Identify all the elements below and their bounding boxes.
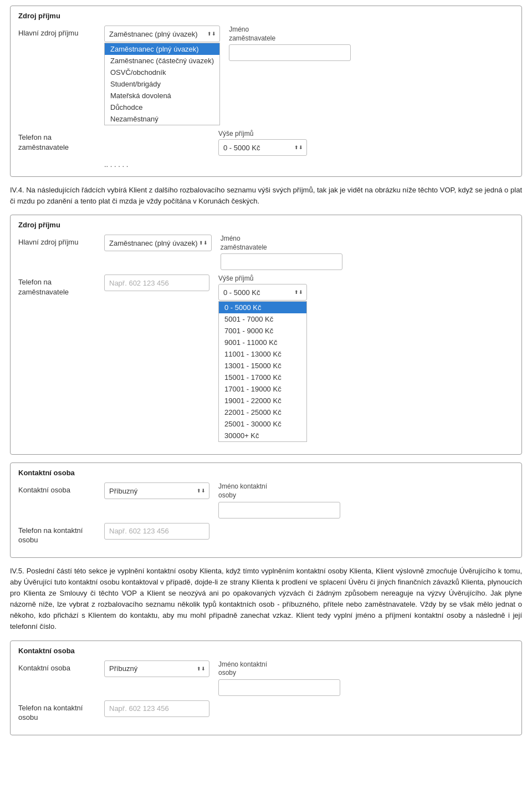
label-telefon-1: Telefon nazaměstnavatele	[18, 130, 104, 152]
telefon-input-2[interactable]	[104, 274, 209, 291]
section-zdroj-prijmu-1: Zdroj příjmu Hlavní zdroj příjmu Zaměstn…	[10, 6, 522, 177]
income-opt-22001-25000[interactable]: 22001 - 25000 Kč	[219, 406, 306, 418]
income-dropdown-2: 0 - 5000 Kč 5001 - 7000 Kč 7001 - 9000 K…	[218, 301, 307, 442]
field-hlavni-zdroj-1: Zaměstnanec (plný úvazek) ⬆⬇ Zaměstnanec…	[104, 26, 514, 125]
income-arrows-2: ⬆⬇	[294, 289, 303, 295]
income-opt-13001-15000[interactable]: 13001 - 15000 Kč	[219, 360, 306, 372]
vyse-select-2[interactable]: 0 - 5000 Kč ⬆⬇	[218, 284, 307, 301]
jmeno-kontaktni-input-2[interactable]	[218, 502, 340, 518]
dropdown-option-zamestnanec-plny-1[interactable]: Zaměstnanec (plný úvazek)	[105, 43, 219, 55]
row-hlavni-zdroj-1: Hlavní zdroj příjmu Zaměstnanec (plný úv…	[18, 26, 514, 125]
dropdown-option-zamestnanec-castecny-1[interactable]: Zaměstnanec (částečný úvazek)	[105, 55, 219, 67]
vyse-prijmu-group-1: Výše příjmů 0 - 5000 Kč ⬆⬇	[218, 130, 307, 156]
field-wrap-2: Zaměstnanec (plný úvazek) ⬆⬇ Jménozaměst…	[104, 235, 514, 270]
jmeno-kontaktni-group-2: Jméno kontaktníosoby	[218, 482, 340, 518]
label-hlavni-zdroj-1: Hlavní zdroj příjmu	[18, 26, 104, 38]
vyse-group-2: Výše příjmů 0 - 5000 Kč ⬆⬇ 0 - 5000 Kč 5…	[218, 274, 307, 442]
kontaktni-section-2: Kontaktní osoba Kontaktní osoba Příbuzný…	[10, 462, 522, 557]
kontaktni-arrows-2: ⬆⬇	[197, 488, 206, 494]
income-arrows-1: ⬆⬇	[294, 145, 303, 150]
jmeno-label-2: Jménozaměstnavatele	[221, 235, 342, 252]
dots-row: .. . . . . .	[18, 160, 514, 169]
label-telefon-2: Telefon nazaměstnavatele	[18, 274, 104, 297]
jmeno-kontaktni-input-3[interactable]	[218, 679, 340, 696]
hlavni-zdroj-select-wrap-1: Zaměstnanec (plný úvazek) ⬆⬇ Zaměstnanec…	[104, 26, 220, 125]
kontaktni-arrows-3: ⬆⬇	[197, 666, 206, 672]
zdroj-select-wrap-2: Zaměstnanec (plný úvazek) ⬆⬇	[104, 235, 212, 251]
hlavni-zdroj-select-1[interactable]: Zaměstnanec (plný úvazek) ⬆⬇	[104, 26, 220, 42]
dropdown-option-nezamestnan-1[interactable]: Nezaměstnaný	[105, 113, 219, 125]
jmeno-zamestnavatele-group-1: Jménozaměstnavatele	[229, 26, 351, 61]
income-opt-9001-11000[interactable]: 9001 - 11000 Kč	[219, 337, 306, 348]
label-kontaktni-osoba-2: Kontaktní osoba	[18, 482, 104, 495]
jmeno-kontaktni-label-3: Jméno kontaktníosoby	[218, 660, 340, 678]
kontaktni-title-3: Kontaktní osoba	[18, 647, 514, 655]
jmeno-group-2: Jménozaměstnavatele	[221, 235, 342, 270]
phone-input-wrap-2	[104, 274, 209, 291]
kontaktni-select-2[interactable]: Příbuzný ⬆⬇	[104, 482, 209, 499]
row-kontaktni-2: Kontaktní osoba Příbuzný ⬆⬇ Jméno kontak…	[18, 482, 514, 518]
income-opt-25001-30000[interactable]: 25001 - 30000 Kč	[219, 418, 306, 430]
row-kontaktni-3: Kontaktní osoba Příbuzný ⬆⬇ Jméno kontak…	[18, 660, 514, 696]
income-opt-30000plus[interactable]: 30000+ Kč	[219, 430, 306, 441]
label-hlavni-2: Hlavní zdroj příjmu	[18, 235, 104, 247]
income-opt-0-5000[interactable]: 0 - 5000 Kč	[219, 302, 306, 313]
label-telefon-kontaktni-2: Telefon na kontaktní osobu	[18, 523, 104, 545]
label-kontaktni-osoba-3: Kontaktní osoba	[18, 660, 104, 673]
paragraph-2-text: IV.5. Poslední částí této sekce je vypln…	[10, 566, 522, 633]
field-telefon-kontaktni-3	[104, 700, 514, 717]
dropdown-option-materska-1[interactable]: Mateřská dovolená	[105, 90, 219, 101]
kontaktni-select-3[interactable]: Příbuzný ⬆⬇	[104, 660, 209, 677]
telefon-kontaktni-input-2[interactable]	[104, 523, 209, 540]
kontaktni-title-2: Kontaktní osoba	[18, 469, 514, 477]
section-title-1: Zdroj příjmu	[18, 12, 514, 20]
row-telefon-kontaktni-3: Telefon na kontaktníosobu	[18, 700, 514, 723]
label-telefon-kontaktni-3: Telefon na kontaktníosobu	[18, 700, 104, 723]
income-opt-7001-9000[interactable]: 7001 - 9000 Kč	[219, 325, 306, 337]
field-telefon-1: Výše příjmů 0 - 5000 Kč ⬆⬇	[104, 130, 514, 156]
row-telefon-2: Telefon nazaměstnavatele Výše příjmů 0 -…	[18, 274, 514, 442]
section-title-2: Zdroj příjmu	[18, 221, 514, 229]
kontaktni-section-3: Kontaktní osoba Kontaktní osoba Příbuzný…	[10, 640, 522, 735]
field-telefon-kontaktni-2	[104, 523, 514, 540]
dropdown-option-osvc-1[interactable]: OSVČ/obchodník	[105, 67, 219, 78]
vyse-prijmu-select-1[interactable]: 0 - 5000 Kč ⬆⬇	[218, 139, 307, 156]
dropdown-option-student-1[interactable]: Student/brigády	[105, 78, 219, 90]
jmeno-label-1: Jménozaměstnavatele	[229, 26, 351, 43]
row-telefon-1: Telefon nazaměstnavatele Výše příjmů 0 -…	[18, 130, 514, 156]
row-telefon-kontaktni-2: Telefon na kontaktní osobu	[18, 523, 514, 545]
income-opt-19001-22000[interactable]: 19001 - 22000 Kč	[219, 395, 306, 406]
kontaktni-select-wrap-3: Příbuzný ⬆⬇	[104, 660, 209, 677]
zdroj-select-2[interactable]: Zaměstnanec (plný úvazek) ⬆⬇	[104, 235, 212, 251]
field-telefon-2: Výše příjmů 0 - 5000 Kč ⬆⬇ 0 - 5000 Kč 5…	[104, 274, 514, 442]
vyse-label-1: Výše příjmů	[218, 130, 307, 138]
vyse-label-2: Výše příjmů	[218, 274, 307, 282]
dropdown-option-duchodce-1[interactable]: Důchodce	[105, 101, 219, 113]
income-opt-17001-19000[interactable]: 17001 - 19000 Kč	[219, 383, 306, 395]
zdroj-arrows-2: ⬆⬇	[199, 240, 208, 246]
field-kontaktni-2: Příbuzný ⬆⬇ Jméno kontaktníosoby	[104, 482, 514, 518]
paragraph-1: IV.4. Na následujících řádcích vybírá Kl…	[10, 185, 522, 207]
field-kontaktni-3: Příbuzný ⬆⬇ Jméno kontaktníosoby	[104, 660, 514, 696]
jmeno-kontaktni-group-3: Jméno kontaktníosoby	[218, 660, 340, 696]
kontaktni-select-wrap-2: Příbuzný ⬆⬇	[104, 482, 209, 499]
row-hlavni-2: Hlavní zdroj příjmu Zaměstnanec (plný úv…	[18, 235, 514, 270]
telefon-kontaktni-input-3[interactable]	[104, 700, 209, 717]
income-opt-15001-17000[interactable]: 15001 - 17000 Kč	[219, 372, 306, 383]
select-arrows-1: ⬆⬇	[207, 31, 216, 37]
zdroj-dropdown-1: Zaměstnanec (plný úvazek) Zaměstnanec (č…	[104, 43, 220, 125]
section-zdroj-prijmu-2: Zdroj příjmu Hlavní zdroj příjmu Zaměstn…	[10, 215, 522, 455]
jmeno-kontaktni-label-2: Jméno kontaktníosoby	[218, 482, 340, 500]
jmeno-zamestnavatele-input-1[interactable]	[229, 44, 351, 61]
jmeno-zamestnavatele-input-2[interactable]	[221, 253, 342, 270]
income-opt-11001-13000[interactable]: 11001 - 13000 Kč	[219, 348, 306, 360]
income-opt-5001-7000[interactable]: 5001 - 7000 Kč	[219, 313, 306, 325]
